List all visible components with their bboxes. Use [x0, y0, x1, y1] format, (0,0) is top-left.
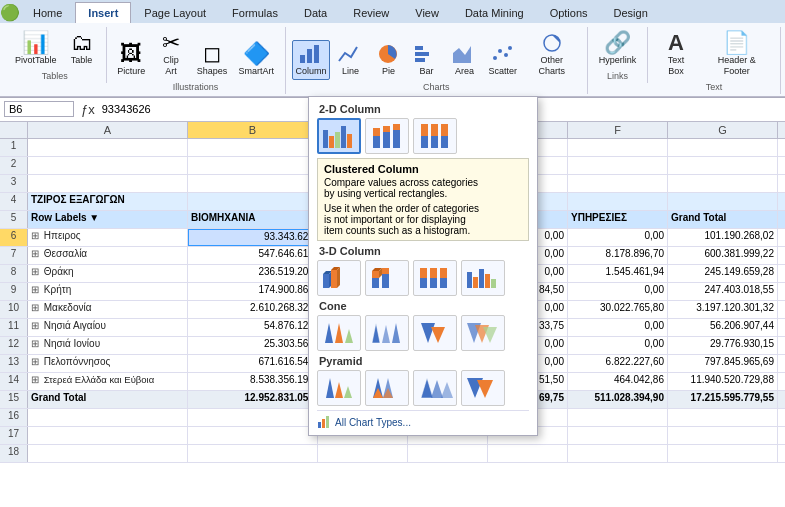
pivottable-button[interactable]: 📊 PivotTable [10, 29, 62, 69]
tab-page-layout[interactable]: Page Layout [131, 2, 219, 23]
col-header-g[interactable]: G [668, 122, 778, 138]
3d-stacked-column-btn[interactable] [365, 260, 409, 296]
function-button[interactable]: ƒx [78, 102, 98, 117]
cone-btn-3[interactable] [413, 315, 457, 351]
pyramid-btn-4[interactable] [461, 370, 505, 406]
cone-btn-4[interactable] [461, 315, 505, 351]
3d-100-stacked-column-btn[interactable] [413, 260, 457, 296]
3d-clustered-column-btn[interactable] [317, 260, 361, 296]
cell-g7[interactable]: 600.381.999,22 [668, 247, 778, 264]
cell-reference-box[interactable] [4, 101, 74, 117]
shapes-button[interactable]: ◻ Shapes [192, 40, 232, 80]
cell-a3[interactable] [28, 175, 188, 192]
cell-g5[interactable]: Grand Total [668, 211, 778, 228]
cell-g8[interactable]: 245.149.659,28 [668, 265, 778, 282]
cell-f9[interactable]: 0,00 [568, 283, 668, 300]
hyperlink-button[interactable]: 🔗 Hyperlink [594, 29, 642, 69]
cell-a11[interactable]: ⊞ Νησιά Αιγαίου [28, 319, 188, 336]
cell-b2[interactable] [188, 157, 318, 174]
cell-b10[interactable]: 2.610.268.323 [188, 301, 318, 318]
tab-design[interactable]: Design [601, 2, 661, 23]
other-charts-button[interactable]: Other Charts [523, 29, 581, 80]
cell-a10[interactable]: ⊞ Μακεδονία [28, 301, 188, 318]
3d-column-btn[interactable] [461, 260, 505, 296]
cell-g10[interactable]: 3.197.120.301,32 [668, 301, 778, 318]
cell-a15[interactable]: Grand Total [28, 391, 188, 408]
cell-b15[interactable]: 12.952.831.053 [188, 391, 318, 408]
cell-g1[interactable] [668, 139, 778, 156]
cell-a2[interactable] [28, 157, 188, 174]
cell-g6[interactable]: 101.190.268,02 [668, 229, 778, 246]
pyramid-btn-3[interactable] [413, 370, 457, 406]
cell-f3[interactable] [568, 175, 668, 192]
cell-f8[interactable]: 1.545.461,94 [568, 265, 668, 282]
cell-a5[interactable]: Row Labels ▼ [28, 211, 188, 228]
cell-b6[interactable]: 93.343.620 [188, 229, 318, 246]
cell-g15[interactable]: 17.215.595.779,55 [668, 391, 778, 408]
cell-f5[interactable]: ΥΠΗΡΕΣΙΕΣ [568, 211, 668, 228]
line-chart-button[interactable]: Line [332, 40, 368, 80]
cell-a8[interactable]: ⊞ Θράκη [28, 265, 188, 282]
tab-home[interactable]: Home [20, 2, 75, 23]
tab-data-mining[interactable]: Data Mining [452, 2, 537, 23]
cell-g4[interactable] [668, 193, 778, 210]
pyramid-btn-2[interactable] [365, 370, 409, 406]
cell-g2[interactable] [668, 157, 778, 174]
cell-b12[interactable]: 25.303.565 [188, 337, 318, 354]
cell-f7[interactable]: 8.178.896,70 [568, 247, 668, 264]
cell-a1[interactable] [28, 139, 188, 156]
cell-f14[interactable]: 464.042,86 [568, 373, 668, 390]
stacked-column-btn[interactable] [365, 118, 409, 154]
all-chart-types-link[interactable]: All Chart Types... [317, 410, 529, 429]
cell-g11[interactable]: 56.206.907,44 [668, 319, 778, 336]
pie-chart-button[interactable]: Pie [370, 40, 406, 80]
picture-button[interactable]: 🖼 Picture [113, 40, 150, 80]
col-header-f[interactable]: F [568, 122, 668, 138]
textbox-button[interactable]: A Text Box [654, 29, 697, 80]
tab-review[interactable]: Review [340, 2, 402, 23]
cell-b8[interactable]: 236.519.203 [188, 265, 318, 282]
area-chart-button[interactable]: Area [446, 40, 482, 80]
clipart-button[interactable]: ✂ Clip Art [152, 29, 190, 80]
cell-b14[interactable]: 8.538.356.190 [188, 373, 318, 390]
smartart-button[interactable]: 🔷 SmartArt [234, 40, 279, 80]
cell-f12[interactable]: 0,00 [568, 337, 668, 354]
cell-a9[interactable]: ⊞ Κρήτη [28, 283, 188, 300]
cell-f2[interactable] [568, 157, 668, 174]
cell-a7[interactable]: ⊞ Θεσσαλία [28, 247, 188, 264]
col-header-b[interactable]: B [188, 122, 318, 138]
column-chart-button[interactable]: Column [292, 40, 331, 80]
cone-btn-2[interactable] [365, 315, 409, 351]
cell-f4[interactable] [568, 193, 668, 210]
cell-f15[interactable]: 511.028.394,90 [568, 391, 668, 408]
tab-data[interactable]: Data [291, 2, 340, 23]
header-footer-button[interactable]: 📄 Header & Footer [700, 29, 774, 80]
cell-a14[interactable]: ⊞ Στερεά Ελλάδα και Εύβοια [28, 373, 188, 390]
cell-a6[interactable]: ⊞ Ηπειρος [28, 229, 188, 246]
cell-g3[interactable] [668, 175, 778, 192]
cell-b3[interactable] [188, 175, 318, 192]
tab-view[interactable]: View [402, 2, 452, 23]
bar-chart-button[interactable]: Bar [408, 40, 444, 80]
cell-b13[interactable]: 671.616.543 [188, 355, 318, 372]
cell-f11[interactable]: 0,00 [568, 319, 668, 336]
cell-f10[interactable]: 30.022.765,80 [568, 301, 668, 318]
100-stacked-column-btn[interactable] [413, 118, 457, 154]
cell-g13[interactable]: 797.845.965,69 [668, 355, 778, 372]
cell-g14[interactable]: 11.940.520.729,88 [668, 373, 778, 390]
cell-f6[interactable]: 0,00 [568, 229, 668, 246]
pyramid-btn-1[interactable] [317, 370, 361, 406]
tab-formulas[interactable]: Formulas [219, 2, 291, 23]
scatter-chart-button[interactable]: Scatter [484, 40, 520, 80]
cell-b7[interactable]: 547.646.610 [188, 247, 318, 264]
tab-insert[interactable]: Insert [75, 2, 131, 23]
table-button[interactable]: 🗂 Table [64, 29, 100, 69]
cell-f13[interactable]: 6.822.227,60 [568, 355, 668, 372]
tab-options[interactable]: Options [537, 2, 601, 23]
cone-btn-1[interactable] [317, 315, 361, 351]
cell-g9[interactable]: 247.403.018,55 [668, 283, 778, 300]
cell-b9[interactable]: 174.900.863 [188, 283, 318, 300]
cell-b4[interactable] [188, 193, 318, 210]
cell-a12[interactable]: ⊞ Νησιά Ιονίου [28, 337, 188, 354]
cell-g12[interactable]: 29.776.930,15 [668, 337, 778, 354]
